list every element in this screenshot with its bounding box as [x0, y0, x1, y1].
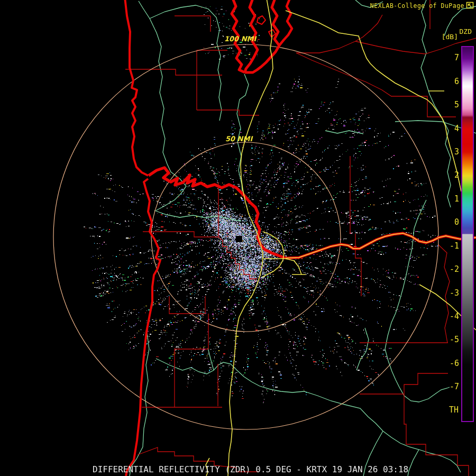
colorbar-tick-label: 7 [438, 53, 459, 62]
nexlab-credit: NEXLAB-College of DuPage [370, 2, 464, 10]
colorbar-tick-label: 6 [438, 77, 459, 86]
colorbar-tick-label: -6 [438, 359, 459, 368]
coastline [125, 0, 160, 476]
radar-display: 100 NMI 50 NMI NEXLAB-College of DuPage … [0, 0, 476, 476]
range-ring [151, 142, 341, 332]
ne-highway [286, 11, 461, 191]
product-title: DIFFERENTIAL REFLECTIVITY (ZDR) 0.5 DEG … [93, 464, 389, 474]
columbia-river [149, 168, 476, 258]
box-arrow-icon [466, 2, 474, 10]
colorbar-tick-label: -1 [438, 241, 459, 251]
colorbar-footer-label: TH [449, 405, 459, 415]
colorbar-tick-label: -5 [438, 335, 459, 344]
colorbar-tick-label: 3 [438, 147, 459, 157]
base-map [0, 0, 476, 476]
colorbar-tick-label: 2 [438, 170, 459, 180]
range-ring-label-50nmi: 50 NMI [225, 135, 252, 143]
colorbar-tick-label: -7 [438, 382, 459, 391]
colorbar [461, 46, 474, 422]
colorbar-tick-label: -3 [438, 288, 459, 298]
colorbar-tick-label: -2 [438, 264, 459, 274]
colorbar-tick-label: 0 [438, 217, 459, 227]
colorbar-tick-label: -4 [438, 312, 459, 321]
colorbar-tick-label: 1 [438, 194, 459, 204]
county-border-lines [125, 0, 476, 476]
colorbar-title: DZD [460, 28, 472, 35]
river-lines [130, 0, 476, 476]
colorbar-units: [dB] [442, 33, 458, 41]
colorbar-tick-label: 4 [438, 124, 459, 133]
colorbar-tick-label: 5 [438, 100, 459, 109]
range-ring-label-100nmi: 100 NMI [224, 35, 256, 43]
